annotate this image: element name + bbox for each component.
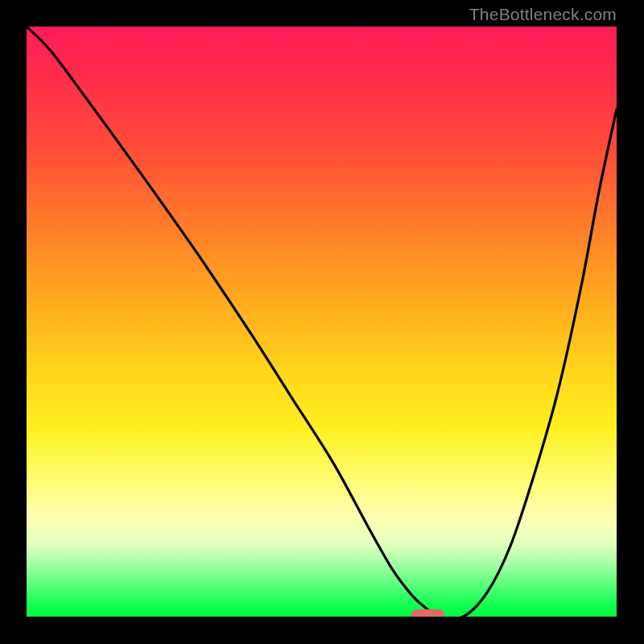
plot-area — [27, 27, 617, 617]
watermark-text: TheBottleneck.com — [469, 5, 617, 24]
chart-canvas: TheBottleneck.com — [0, 0, 644, 644]
minimum-marker — [411, 609, 444, 617]
gradient-background — [27, 27, 617, 617]
